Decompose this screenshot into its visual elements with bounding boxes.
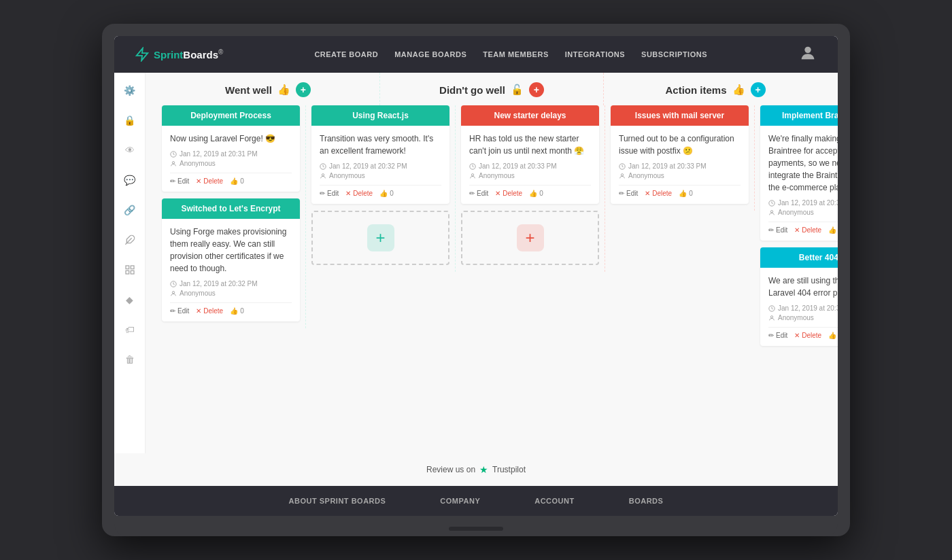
- logo-sprint: SprintBoards®: [154, 48, 223, 60]
- delete-btn[interactable]: ✕ Delete: [794, 226, 821, 234]
- col5-icon: 👍: [732, 84, 745, 96]
- card-author: Anonymous: [320, 172, 441, 179]
- card-deployment-process: Deployment Process Now using Laravel For…: [162, 105, 300, 192]
- sidebar-eye-icon[interactable]: 👁: [120, 141, 139, 160]
- add-card-didnt-go-1[interactable]: +: [461, 211, 599, 265]
- column-action-1: Implement Braintree API We're finally ma…: [755, 105, 838, 353]
- edit-btn[interactable]: ✏ Edit: [170, 177, 189, 185]
- sidebar: ⚙️ 🔒 👁 💬 🔗 ◆ 🏷: [114, 73, 146, 453]
- delete-btn[interactable]: ✕ Delete: [196, 177, 223, 185]
- sidebar-settings-icon[interactable]: ⚙️: [120, 81, 139, 100]
- card-date: Jan 12, 2019 at 20:32 PM: [320, 162, 441, 170]
- card-header: Using React.js: [311, 105, 449, 126]
- column-didnt-go-1: New starter delays HR has told us the ne…: [456, 105, 605, 272]
- like-btn[interactable]: 👍 0: [679, 190, 693, 197]
- col5-add-btn[interactable]: +: [751, 82, 766, 97]
- sidebar-link-icon[interactable]: 🔗: [120, 200, 139, 220]
- sidebar-puzzle-icon[interactable]: [120, 230, 139, 249]
- svg-point-19: [770, 315, 772, 317]
- footer-company[interactable]: COMPANY: [440, 497, 480, 505]
- footer: ABOUT SPRINT BOARDS COMPANY ACCOUNT BOAR…: [114, 486, 838, 516]
- card-text: Transition was very smooth. It's an exce…: [320, 133, 441, 157]
- sidebar-chat-icon[interactable]: 💬: [120, 171, 139, 190]
- sidebar-lock-icon[interactable]: 🔒: [120, 111, 139, 130]
- svg-point-15: [621, 173, 623, 175]
- card-author: Anonymous: [768, 209, 838, 216]
- like-btn[interactable]: 👍 0: [529, 190, 543, 197]
- card-text: Using Forge makes provisioning them real…: [170, 226, 292, 275]
- nav-team-members[interactable]: TEAM MEMBERS: [483, 50, 548, 58]
- column-didnt-go-2: Issues with mail server Turned out to be…: [605, 105, 755, 211]
- trustpilot-text: Review us on: [426, 465, 475, 474]
- edit-btn[interactable]: ✏ Edit: [768, 332, 787, 339]
- like-btn[interactable]: 👍 0: [230, 307, 244, 315]
- card-date: Jan 12, 2019 at 20:31 PM: [170, 150, 292, 158]
- nav-manage-boards[interactable]: MANAGE BOARDS: [394, 50, 466, 58]
- edit-btn[interactable]: ✏ Edit: [619, 190, 638, 197]
- nav-create-board[interactable]: CREATE BOARD: [314, 50, 378, 58]
- svg-point-13: [471, 173, 473, 175]
- user-avatar[interactable]: [798, 43, 817, 65]
- col3-title: Didn't go well: [439, 84, 505, 96]
- delete-btn[interactable]: ✕ Delete: [196, 307, 223, 315]
- col3-add-btn[interactable]: +: [529, 82, 544, 97]
- card-header: New starter delays: [461, 105, 599, 126]
- sidebar-diamond-icon[interactable]: ◆: [120, 290, 139, 309]
- trustpilot-brand: Trustpilot: [492, 465, 526, 474]
- svg-rect-3: [131, 266, 134, 269]
- main-content: ⚙️ 🔒 👁 💬 🔗 ◆ 🏷: [114, 73, 838, 453]
- like-btn[interactable]: 👍 0: [379, 190, 394, 197]
- card-header: Implement Braintree API: [760, 105, 838, 126]
- delete-btn[interactable]: ✕ Delete: [345, 190, 373, 197]
- nav-subscriptions[interactable]: SUBSCRIPTIONS: [641, 50, 707, 58]
- delete-btn[interactable]: ✕ Delete: [645, 190, 672, 197]
- card-header: Deployment Process: [162, 105, 300, 126]
- navbar: SprintBoards® CREATE BOARD MANAGE BOARDS…: [114, 36, 838, 73]
- svg-point-17: [770, 210, 772, 212]
- col1-add-btn[interactable]: +: [296, 82, 311, 97]
- logo: SprintBoards®: [135, 47, 223, 62]
- card-date: Jan 12, 2019 at 20:33 PM: [619, 162, 741, 170]
- nav-integrations[interactable]: INTEGRATIONS: [565, 50, 625, 58]
- svg-point-7: [172, 161, 174, 163]
- edit-btn[interactable]: ✏ Edit: [768, 226, 787, 234]
- svg-point-9: [172, 291, 174, 293]
- card-header: Switched to Let's Encrypt: [162, 198, 300, 219]
- like-btn[interactable]: 👍 0: [230, 177, 244, 185]
- svg-rect-4: [126, 270, 129, 274]
- navbar-links: CREATE BOARD MANAGE BOARDS TEAM MEMBERS …: [314, 50, 707, 58]
- like-btn[interactable]: 👍 0: [828, 226, 838, 234]
- delete-btn[interactable]: ✕ Delete: [495, 190, 522, 197]
- col3-icon: 🔓: [511, 84, 524, 96]
- like-btn[interactable]: 👍 0: [828, 332, 838, 339]
- footer-account[interactable]: ACCOUNT: [534, 497, 575, 505]
- col1-title: Went well: [225, 84, 272, 96]
- add-card-went-well[interactable]: +: [311, 211, 449, 265]
- sidebar-grid-icon[interactable]: [120, 260, 139, 279]
- card-date: Jan 12, 2019 at 20:35 PM: [768, 304, 838, 312]
- card-date: Jan 12, 2019 at 20:33 PM: [469, 162, 591, 170]
- card-404: Better 404 page We are still using the d…: [760, 247, 838, 346]
- delete-btn[interactable]: ✕ Delete: [794, 332, 821, 339]
- col5-title: Action items: [665, 84, 726, 96]
- card-lets-encrypt: Switched to Let's Encrypt Using Forge ma…: [162, 198, 300, 321]
- card-author: Anonymous: [619, 172, 741, 179]
- card-text: We're finally making the switch to Brain…: [768, 133, 838, 194]
- footer-boards[interactable]: BOARDS: [629, 497, 664, 505]
- svg-point-0: [804, 47, 811, 53]
- card-author: Anonymous: [170, 160, 292, 167]
- card-text: We are still using the default Laravel 4…: [768, 275, 838, 299]
- card-react: Using React.js Transition was very smoot…: [311, 105, 449, 204]
- card-text: Now using Laravel Forge! 😎: [170, 133, 292, 145]
- card-header: Better 404 page: [760, 247, 838, 268]
- trustpilot-banner: Review us on ★ Trustpilot: [114, 453, 838, 486]
- edit-btn[interactable]: ✏ Edit: [170, 307, 189, 315]
- footer-about[interactable]: ABOUT SPRINT BOARDS: [289, 497, 386, 505]
- svg-point-11: [322, 173, 324, 175]
- edit-btn[interactable]: ✏ Edit: [320, 190, 339, 197]
- card-header: Issues with mail server: [611, 105, 749, 126]
- sidebar-trash-icon[interactable]: 🗑: [120, 350, 139, 369]
- edit-btn[interactable]: ✏ Edit: [469, 190, 488, 197]
- sidebar-tag-icon[interactable]: 🏷: [120, 320, 139, 339]
- svg-rect-5: [131, 270, 134, 274]
